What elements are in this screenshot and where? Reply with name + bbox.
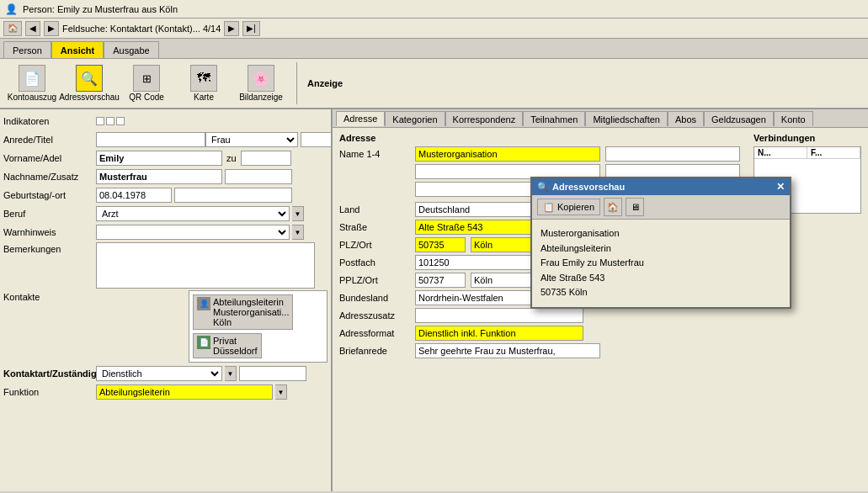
adel-input[interactable]: [241, 151, 291, 166]
popup-kopieren-button[interactable]: 📋 Kopieren: [537, 199, 600, 215]
beruf-row: Beruf Arzt ▼: [3, 205, 327, 222]
verbindungen-col-n: N...: [754, 147, 807, 158]
nachname-field: [96, 169, 327, 184]
vorname-input[interactable]: [96, 151, 222, 166]
warnhinweis-select[interactable]: [96, 225, 290, 240]
geburtstag-input[interactable]: [96, 188, 172, 203]
window-title: Person: Emily zu Musterfrau aus Köln: [23, 4, 178, 14]
toolbar-bildanzeige[interactable]: 🌸 Bildanzeige: [236, 65, 286, 102]
kontakt-card-text-2: Privat Düsseldorf: [213, 336, 258, 356]
tab-bar: Person Ansicht Ausgabe: [0, 39, 868, 59]
popup-home-icon[interactable]: 🏠: [604, 198, 622, 216]
warnhinweis-arrow[interactable]: ▼: [292, 225, 304, 240]
nachname-row: Nachname/Zusatz: [3, 168, 327, 185]
funktion-input[interactable]: [96, 384, 273, 400]
kontakt-card-2[interactable]: 📄 Privat Düsseldorf: [193, 333, 262, 358]
vorname-row: Vorname/Adel zu: [3, 150, 327, 167]
popup-title-bar: 🔍 Adressvorschau ✕: [532, 178, 790, 195]
nav-end-button[interactable]: ▶|: [242, 21, 260, 36]
name1-input[interactable]: [415, 146, 600, 162]
kontoauszug-icon: 📄: [19, 65, 45, 92]
tab-ansicht[interactable]: Ansicht: [51, 41, 104, 58]
popup-address-line-1: Musterorganisation: [541, 226, 781, 241]
verbindungen-title: Verbindungen: [754, 133, 861, 143]
funktion-arrow[interactable]: ▼: [275, 384, 287, 400]
pplzort-label: PPLZ/Ort: [339, 275, 415, 285]
anrede-dropdown[interactable]: Frau: [96, 132, 298, 147]
inner-tab-kategorien[interactable]: Kategorien: [385, 111, 445, 126]
adressformat-input[interactable]: [415, 326, 583, 341]
indicator-dot-2: [106, 117, 114, 125]
adressformat-row: Adressformat: [339, 326, 740, 341]
vorname-field: zu: [96, 151, 327, 166]
funktion-row: Funktion ▼: [3, 384, 327, 400]
anrede-input[interactable]: [96, 132, 205, 147]
adresszusatz-field: [415, 308, 583, 323]
briefanrede-label: Briefanrede: [339, 346, 415, 356]
inner-tab-teilnahmen[interactable]: Teilnahmen: [523, 111, 585, 126]
titel-select[interactable]: [301, 132, 333, 147]
anzeige-label: Anzeige: [307, 78, 343, 88]
bemerkungen-label: Bemerkungen: [3, 242, 96, 254]
indicator-dot-3: [116, 117, 125, 125]
zusatz-input[interactable]: [225, 169, 292, 184]
briefanrede-input[interactable]: [415, 343, 600, 358]
toolbar-adressvorschau[interactable]: 🔍 Adressvorschau: [64, 65, 114, 102]
adresszusatz-input[interactable]: [415, 308, 583, 323]
kontakt-card-1[interactable]: 👤 Abteilungsleiterin Musterorganisati...…: [193, 294, 293, 330]
inner-tabs: Adresse Kategorien Korrespondenz Teilnah…: [333, 109, 868, 128]
toolbar-kontoauszug[interactable]: 📄 Kontoauszug: [7, 65, 57, 102]
kontaktart-select[interactable]: Dienstlich: [96, 366, 222, 381]
briefanrede-field: [415, 343, 600, 358]
adresszusatz-row: Adresszusatz: [339, 308, 740, 323]
inner-tab-adresse[interactable]: Adresse: [336, 111, 385, 126]
toolbar-qrcode[interactable]: ⊞ QR Code: [121, 65, 172, 102]
postfach-label: Postfach: [339, 257, 415, 268]
plz-input[interactable]: [415, 237, 466, 252]
anrede-field: Frau: [96, 132, 333, 147]
nachname-input[interactable]: [96, 169, 222, 184]
nav-back-button[interactable]: ◀: [25, 21, 40, 36]
nav-home-button[interactable]: 🏠: [3, 21, 22, 36]
bemerkungen-textarea[interactable]: [96, 242, 315, 289]
nav-next-button[interactable]: ▶: [224, 21, 239, 36]
kontakte-label: Kontakte: [3, 290, 96, 302]
warnhinweis-field: ▼: [96, 225, 327, 240]
anrede-row: Anrede/Titel Frau: [3, 131, 327, 148]
kontaktart-row: Kontaktart/Zuständig Dienstlich ▼: [3, 365, 327, 382]
pplz-input[interactable]: [415, 273, 466, 288]
beruf-arrow[interactable]: ▼: [292, 206, 304, 221]
beruf-label: Beruf: [3, 209, 96, 219]
zustandig-input[interactable]: [239, 366, 306, 381]
inner-tab-abos[interactable]: Abos: [668, 111, 704, 126]
pplzort-field: [415, 273, 546, 288]
inner-tab-geldzusagen[interactable]: Geldzusagen: [704, 111, 774, 126]
geburtstag-label: Geburtstag/-ort: [3, 190, 96, 200]
inner-tab-konto[interactable]: Konto: [774, 111, 813, 126]
anrede-select[interactable]: Frau: [205, 132, 298, 147]
tab-ausgabe[interactable]: Ausgabe: [104, 41, 158, 58]
tab-person[interactable]: Person: [3, 41, 51, 58]
toolbar-karte[interactable]: 🗺 Karte: [178, 65, 229, 102]
kontaktart-arrow[interactable]: ▼: [225, 366, 237, 381]
nav-forward-button[interactable]: ▶: [44, 21, 59, 36]
inner-tab-korrespondenz[interactable]: Korrespondenz: [445, 111, 524, 126]
popup-content: Musterorganisation Abteilungsleiterin Fr…: [532, 220, 790, 307]
funktion-field: ▼: [96, 384, 327, 400]
popup-monitor-icon[interactable]: 🖥: [626, 198, 644, 216]
kontakte-box: 👤 Abteilungsleiterin Musterorganisati...…: [189, 290, 327, 363]
beruf-select[interactable]: Arzt: [96, 206, 290, 221]
plzort-label: PLZ/Ort: [339, 240, 415, 250]
copy-icon: 📋: [543, 202, 555, 213]
geburtsort-input[interactable]: [174, 188, 292, 203]
popup-close-button[interactable]: ✕: [776, 182, 785, 192]
left-panel: Indikatoren Anrede/Titel Frau: [0, 109, 333, 491]
adressvorschau-popup: 🔍 Adressvorschau ✕ 📋 Kopieren 🏠 🖥 Muster…: [530, 177, 791, 309]
verbindungen-header: N... F...: [754, 147, 860, 159]
beruf-field: Arzt ▼: [96, 206, 327, 221]
inner-tab-mitgliedschaften[interactable]: Mitgliedschaften: [585, 111, 668, 126]
name2-input[interactable]: [605, 146, 740, 162]
name-field: [415, 146, 740, 162]
bildanzeige-icon: 🌸: [248, 65, 274, 92]
plzort-field: [415, 237, 546, 252]
